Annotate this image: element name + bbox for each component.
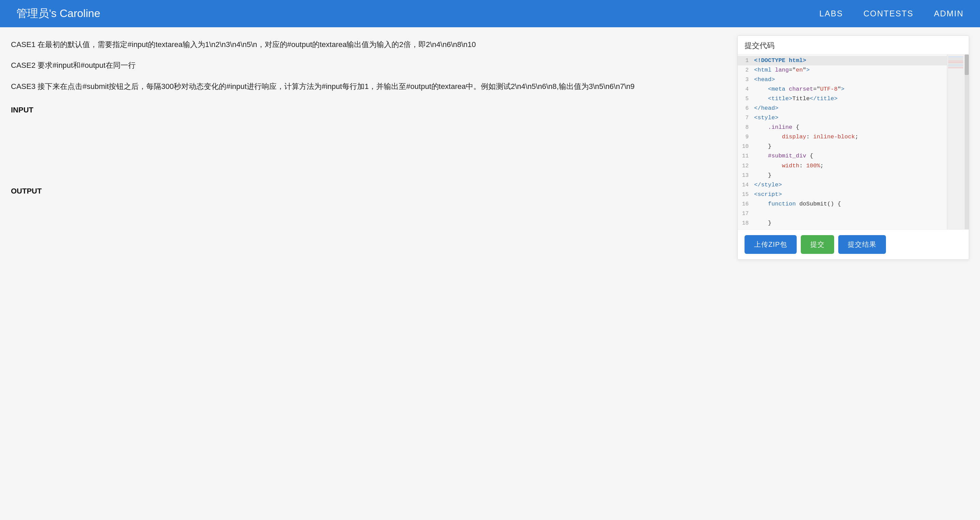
line-content-17 bbox=[754, 209, 969, 218]
minimap bbox=[947, 54, 969, 229]
submit-button[interactable]: 提交 bbox=[801, 235, 834, 254]
code-line-13: 13 } bbox=[738, 171, 969, 180]
code-line-5: 5 <title>Title</title> bbox=[738, 94, 969, 103]
code-lines: 1 <!DOCTYPE html> 2 <html lang="en"> 3 <… bbox=[738, 54, 969, 229]
line-num-14: 14 bbox=[738, 181, 754, 189]
line-num-11: 11 bbox=[738, 152, 754, 161]
line-num-17: 17 bbox=[738, 209, 754, 218]
line-num-1: 1 bbox=[738, 56, 754, 65]
line-num-13: 13 bbox=[738, 171, 754, 180]
upload-zip-button[interactable]: 上传ZIP包 bbox=[745, 235, 797, 254]
line-content-11: #submit_div { bbox=[754, 151, 969, 161]
case2-text: CASE2 要求#input和#output在同一行 bbox=[11, 59, 729, 72]
scrollbar-track bbox=[965, 54, 969, 229]
case3-block: CASE3 接下来在点击#submit按钮之后，每隔300秒对动态变化的#inp… bbox=[11, 80, 729, 93]
line-num-12: 12 bbox=[738, 162, 754, 170]
code-line-7: 7 <style> bbox=[738, 113, 969, 122]
line-content-15: <script> bbox=[754, 190, 969, 199]
line-num-7: 7 bbox=[738, 113, 754, 122]
code-line-3: 3 <head> bbox=[738, 75, 969, 84]
line-num-16: 16 bbox=[738, 200, 754, 208]
code-panel: 提交代码 1 <!DOCTYPE html> 2 <html lang="en"… bbox=[737, 35, 969, 260]
minimap-line bbox=[948, 67, 963, 68]
line-num-9: 9 bbox=[738, 132, 754, 142]
code-line-8: 8 .inline { bbox=[738, 122, 969, 132]
code-line-10: 10 } bbox=[738, 142, 969, 151]
code-editor[interactable]: 1 <!DOCTYPE html> 2 <html lang="en"> 3 <… bbox=[738, 54, 969, 229]
code-line-14: 14 </style> bbox=[738, 180, 969, 190]
header: 管理员's Caroline LABS CONTESTS ADMIN bbox=[0, 0, 980, 27]
code-line-17: 17 bbox=[738, 209, 969, 218]
line-num-8: 8 bbox=[738, 123, 754, 132]
nav-labs[interactable]: LABS bbox=[819, 9, 843, 18]
scrollbar-thumb[interactable] bbox=[965, 54, 969, 75]
code-line-15: 15 <script> bbox=[738, 190, 969, 199]
line-content-12: width: 100%; bbox=[754, 161, 969, 171]
minimap-line bbox=[948, 59, 963, 60]
minimap-line bbox=[948, 62, 963, 63]
line-content-1: <!DOCTYPE html> bbox=[754, 56, 969, 65]
minimap-line bbox=[948, 65, 963, 65]
nav-contests[interactable]: CONTESTS bbox=[864, 9, 913, 18]
case2-block: CASE2 要求#input和#output在同一行 bbox=[11, 59, 729, 72]
line-content-13: } bbox=[754, 171, 969, 180]
line-content-2: <html lang="en"> bbox=[754, 65, 969, 75]
code-line-6: 6 </head> bbox=[738, 103, 969, 113]
case1-text: CASE1 在最初的默认值，需要指定#input的textarea输入为1\n2… bbox=[11, 38, 729, 51]
minimap-line bbox=[948, 58, 963, 59]
case1-block: CASE1 在最初的默认值，需要指定#input的textarea输入为1\n2… bbox=[11, 38, 729, 51]
minimap-line bbox=[948, 57, 963, 57]
line-num-18: 18 bbox=[738, 219, 754, 227]
minimap-line bbox=[948, 60, 963, 61]
brand-title: 管理员's Caroline bbox=[16, 6, 100, 21]
minimap-line bbox=[948, 64, 963, 64]
line-content-9: display: inline-block; bbox=[754, 132, 969, 142]
main-nav: LABS CONTESTS ADMIN bbox=[819, 9, 964, 18]
line-content-14: </style> bbox=[754, 180, 969, 190]
input-label: INPUT bbox=[11, 103, 729, 116]
output-label: OUTPUT bbox=[11, 185, 729, 197]
line-num-10: 10 bbox=[738, 142, 754, 151]
line-num-2: 2 bbox=[738, 66, 754, 75]
nav-admin[interactable]: ADMIN bbox=[934, 9, 964, 18]
line-num-15: 15 bbox=[738, 190, 754, 199]
code-line-12: 12 width: 100%; bbox=[738, 161, 969, 171]
line-content-4: <meta charset="UTF-8"> bbox=[754, 84, 969, 94]
line-content-6: </head> bbox=[754, 103, 969, 113]
line-num-3: 3 bbox=[738, 75, 754, 84]
main-content: CASE1 在最初的默认值，需要指定#input的textarea输入为1\n2… bbox=[0, 27, 980, 268]
code-line-4: 4 <meta charset="UTF-8"> bbox=[738, 84, 969, 94]
code-line-2: 2 <html lang="en"> bbox=[738, 65, 969, 75]
line-num-4: 4 bbox=[738, 85, 754, 94]
case3-text: CASE3 接下来在点击#submit按钮之后，每隔300秒对动态变化的#inp… bbox=[11, 80, 729, 93]
code-panel-title: 提交代码 bbox=[738, 36, 969, 54]
line-content-3: <head> bbox=[754, 75, 969, 84]
line-content-5: <title>Title</title> bbox=[754, 94, 969, 103]
submit-result-button[interactable]: 提交结果 bbox=[838, 235, 886, 254]
line-content-8: .inline { bbox=[754, 122, 969, 132]
line-content-18: } bbox=[754, 218, 969, 228]
line-content-16: function doSubmit() { bbox=[754, 199, 969, 209]
left-panel: CASE1 在最初的默认值，需要指定#input的textarea输入为1\n2… bbox=[11, 35, 729, 203]
code-line-16: 16 function doSubmit() { bbox=[738, 199, 969, 209]
line-content-7: <style> bbox=[754, 113, 969, 122]
action-buttons: 上传ZIP包 提交 提交结果 bbox=[738, 229, 969, 259]
minimap-line bbox=[948, 66, 963, 67]
code-line-11: 11 #submit_div { bbox=[738, 151, 969, 161]
line-num-6: 6 bbox=[738, 104, 754, 113]
line-content-10: } bbox=[754, 142, 969, 151]
line-num-5: 5 bbox=[738, 94, 754, 103]
output-label-spacer: OUTPUT bbox=[11, 185, 729, 197]
code-line-9: 9 display: inline-block; bbox=[738, 132, 969, 142]
code-line-18: 18 } bbox=[738, 218, 969, 228]
code-line-1: 1 <!DOCTYPE html> bbox=[738, 56, 969, 65]
